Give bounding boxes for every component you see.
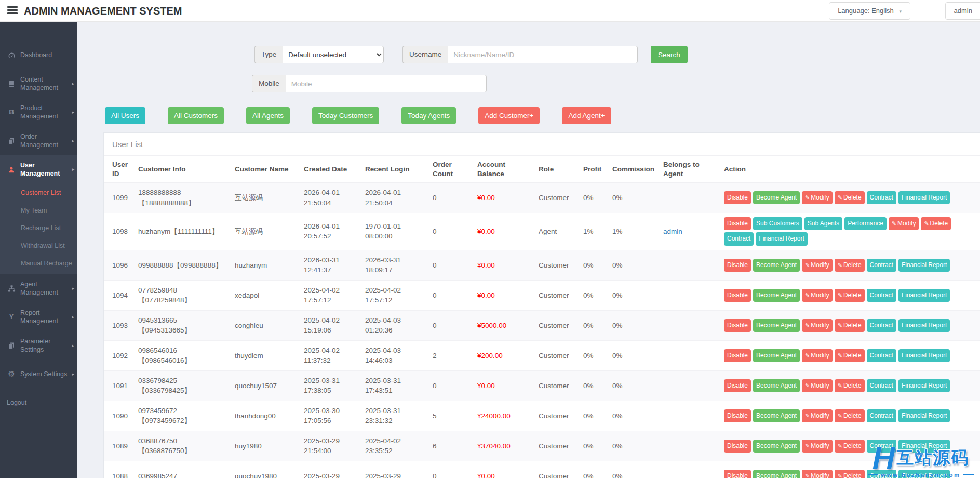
all-agents-button[interactable]: All Agents	[246, 107, 290, 124]
disable-button[interactable]: Disable	[724, 289, 751, 302]
language-selector[interactable]: Language: English ▾	[829, 2, 910, 20]
financial-report-button[interactable]: Financial Report	[898, 191, 950, 204]
contract-button[interactable]: Contract	[867, 379, 896, 392]
sidebar-item-label: Order Management	[20, 133, 69, 149]
financial-report-button[interactable]: Financial Report	[898, 259, 950, 272]
delete-button[interactable]: ✎Delete	[835, 191, 865, 204]
sidebar-item-user-management[interactable]: User Management▸	[0, 155, 77, 184]
modify-button[interactable]: ✎Modify	[802, 289, 833, 302]
modify-button[interactable]: ✎Modify	[802, 349, 833, 362]
type-select[interactable]: Default unselected	[283, 46, 384, 63]
mobile-input[interactable]	[286, 75, 487, 92]
sidebar-subitem-my-team[interactable]: My Team	[0, 202, 77, 219]
sidebar-item-report-management[interactable]: ¥Report Management▸	[0, 303, 77, 331]
user-menu[interactable]: admin	[945, 2, 980, 20]
delete-button[interactable]: ✎Delete	[835, 379, 865, 392]
today-agents-button[interactable]: Today Agents	[401, 107, 456, 124]
disable-button[interactable]: Disable	[724, 217, 751, 230]
cell-agent: admin	[659, 213, 720, 250]
add-agent-button[interactable]: Add Agent+	[562, 107, 611, 124]
all-customers-button[interactable]: All Customers	[168, 107, 224, 124]
become-agent-button[interactable]: Become Agent	[753, 470, 800, 478]
delete-button[interactable]: ✎Delete	[835, 470, 865, 478]
sidebar-item-content-management[interactable]: Content Management▸	[0, 70, 77, 98]
search-button[interactable]: Search	[651, 46, 688, 63]
financial-report-button[interactable]: Financial Report	[898, 319, 950, 332]
modify-button[interactable]: ✎Modify	[802, 319, 833, 332]
sidebar-item-agent-management[interactable]: Agent Management▸	[0, 274, 77, 303]
cell-balance: ¥0.00	[473, 183, 534, 213]
delete-button[interactable]: ✎Delete	[835, 409, 865, 422]
contract-button[interactable]: Contract	[867, 440, 896, 453]
sidebar-item-logout[interactable]: Logout	[0, 389, 77, 417]
become-agent-button[interactable]: Become Agent	[753, 440, 800, 453]
become-agent-button[interactable]: Become Agent	[753, 191, 800, 204]
disable-button[interactable]: Disable	[724, 409, 751, 422]
disable-button[interactable]: Disable	[724, 440, 751, 453]
contract-button[interactable]: Contract	[867, 259, 896, 272]
become-agent-button[interactable]: Become Agent	[753, 259, 800, 272]
sidebar-item-parameter-settings[interactable]: Parameter Settings▸	[0, 331, 77, 360]
belongs-to-agent-link[interactable]: admin	[663, 228, 682, 235]
sidebar-subitem-manual-recharge[interactable]: Manual Recharge	[0, 255, 77, 272]
sidebar-item-label: Report Management	[20, 309, 69, 325]
modify-button[interactable]: ✎Modify	[802, 409, 833, 422]
delete-button[interactable]: ✎Delete	[835, 319, 865, 332]
financial-report-button[interactable]: Financial Report	[898, 470, 950, 478]
modify-button[interactable]: ✎Modify	[802, 470, 833, 478]
delete-button[interactable]: ✎Delete	[921, 217, 951, 230]
become-agent-button[interactable]: Become Agent	[753, 349, 800, 362]
sidebar-item-order-management[interactable]: Order Management▸	[0, 127, 77, 155]
financial-report-button[interactable]: Financial Report	[898, 379, 950, 392]
modify-button[interactable]: ✎Modify	[802, 191, 833, 204]
cell-recent: 1970-01-01 08:00:00	[361, 213, 428, 250]
modify-button[interactable]: ✎Modify	[889, 217, 919, 230]
financial-report-button[interactable]: Financial Report	[756, 232, 807, 245]
sidebar-subitem-customer-list[interactable]: Customer List	[0, 184, 77, 202]
hamburger-menu-icon[interactable]	[7, 6, 18, 15]
financial-report-button[interactable]: Financial Report	[898, 349, 950, 362]
cell-recent: 2025-04-03 01:20:36	[361, 310, 428, 340]
disable-button[interactable]: Disable	[724, 349, 751, 362]
disable-button[interactable]: Disable	[724, 259, 751, 272]
financial-report-button[interactable]: Financial Report	[898, 409, 950, 422]
delete-button[interactable]: ✎Delete	[835, 289, 865, 302]
delete-button[interactable]: ✎Delete	[835, 349, 865, 362]
add-customer-button[interactable]: Add Customer+	[478, 107, 540, 124]
modify-button[interactable]: ✎Modify	[802, 379, 833, 392]
sidebar-subitem-withdrawal-list[interactable]: Withdrawal List	[0, 237, 77, 255]
disable-button[interactable]: Disable	[724, 470, 751, 478]
delete-button[interactable]: ✎Delete	[835, 259, 865, 272]
become-agent-button[interactable]: Become Agent	[753, 289, 800, 302]
financial-report-button[interactable]: Financial Report	[898, 440, 950, 453]
sidebar-item-product-management[interactable]: ɃProduct Management▸	[0, 98, 77, 127]
contract-button[interactable]: Contract	[867, 191, 896, 204]
today-customers-button[interactable]: Today Customers	[312, 107, 379, 124]
contract-button[interactable]: Contract	[724, 232, 754, 245]
sidebar-subitem-recharge-list[interactable]: Recharge List	[0, 219, 77, 237]
cell-commission: 0%	[608, 250, 659, 280]
performance-button[interactable]: Performance	[844, 217, 887, 230]
sidebar-item-system-settings[interactable]: ⚙System Settings▸	[0, 360, 77, 389]
modify-button[interactable]: ✎Modify	[802, 259, 833, 272]
financial-report-button[interactable]: Financial Report	[898, 289, 950, 302]
contract-button[interactable]: Contract	[867, 349, 896, 362]
contract-button[interactable]: Contract	[867, 470, 896, 478]
delete-button[interactable]: ✎Delete	[835, 440, 865, 453]
become-agent-button[interactable]: Become Agent	[753, 409, 800, 422]
disable-button[interactable]: Disable	[724, 319, 751, 332]
sub-customers-button[interactable]: Sub Customers	[753, 217, 802, 230]
username-input[interactable]	[448, 46, 638, 63]
sidebar-submenu: Customer ListMy TeamRecharge ListWithdra…	[0, 184, 77, 274]
all-users-button[interactable]: All Users	[105, 107, 145, 124]
contract-button[interactable]: Contract	[867, 409, 896, 422]
become-agent-button[interactable]: Become Agent	[753, 319, 800, 332]
contract-button[interactable]: Contract	[867, 289, 896, 302]
disable-button[interactable]: Disable	[724, 191, 751, 204]
disable-button[interactable]: Disable	[724, 379, 751, 392]
become-agent-button[interactable]: Become Agent	[753, 379, 800, 392]
contract-button[interactable]: Contract	[867, 319, 896, 332]
sidebar-item-dashboard[interactable]: Dashboard	[0, 41, 77, 70]
modify-button[interactable]: ✎Modify	[802, 440, 833, 453]
sub-agents-button[interactable]: Sub Agents	[804, 217, 842, 230]
